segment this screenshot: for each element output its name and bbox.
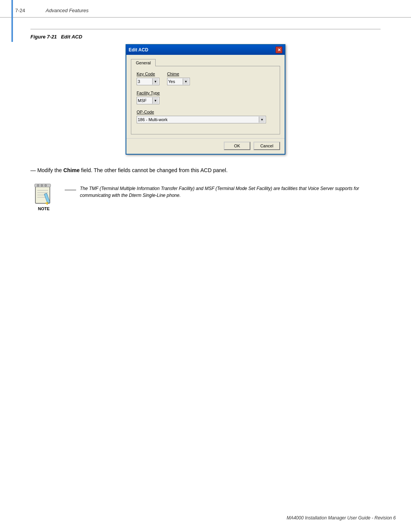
figure-title: Edit ACD: [61, 34, 82, 40]
dialog-close-button[interactable]: ✕: [276, 46, 282, 53]
facility-type-group: Facility Type MSF ▼: [137, 91, 160, 104]
dialog-title: Edit ACD: [129, 47, 148, 53]
cancel-button[interactable]: Cancel: [253, 142, 280, 150]
key-code-label: Key Code: [137, 72, 159, 76]
note-section: NOTE The TMF (Terminal Multiple Informat…: [30, 182, 381, 211]
section-divider: [30, 29, 381, 29]
op-code-select[interactable]: 186 - Multi-work ▼: [137, 116, 266, 123]
note-text: The TMF (Terminal Multiple Information T…: [80, 185, 381, 199]
dialog-wrapper: Edit ACD ✕ General Key Code: [30, 44, 381, 155]
op-code-label: OP-Code: [137, 110, 266, 114]
form-row-3: OP-Code 186 - Multi-work ▼: [137, 110, 274, 123]
note-icon: [33, 182, 54, 205]
dialog-body: General Key Code 3 ▼: [126, 55, 285, 138]
page-footer: MA4000 Installation Manager User Guide -…: [287, 515, 396, 521]
chime-group: Chime Yes ▼: [167, 72, 190, 85]
note-separator: [65, 190, 76, 190]
key-code-arrow: ▼: [152, 78, 158, 85]
chapter-title: Advanced Features: [46, 8, 89, 13]
body-text-bold: Chime: [63, 167, 80, 173]
dialog-titlebar: Edit ACD ✕: [126, 45, 285, 55]
ok-button[interactable]: OK: [224, 142, 250, 150]
dialog-footer: OK Cancel: [126, 138, 285, 154]
facility-arrow: ▼: [152, 97, 158, 104]
form-row-2: Facility Type MSF ▼: [137, 91, 274, 104]
content-area: Figure 7-21 Edit ACD Edit ACD ✕ General: [0, 29, 411, 211]
chime-label: Chime: [167, 72, 190, 76]
facility-type-value: MSF: [138, 98, 147, 103]
note-icon-area: NOTE: [30, 182, 57, 211]
key-code-value: 3: [138, 79, 140, 84]
edit-acd-dialog: Edit ACD ✕ General Key Code: [126, 44, 285, 155]
facility-type-label: Facility Type: [137, 91, 160, 95]
left-accent-bar: [11, 0, 13, 42]
figure-label: Figure 7-21 Edit ACD: [30, 34, 381, 40]
body-text-rest: field. The other fields cannot be change…: [80, 167, 228, 173]
dialog-title-text: Edit ACD: [129, 47, 148, 53]
tab-row: General: [131, 59, 280, 66]
chime-select[interactable]: Yes ▼: [167, 78, 190, 85]
key-code-select[interactable]: 3 ▼: [137, 78, 159, 85]
op-code-arrow: ▼: [259, 117, 265, 123]
svg-point-2: [37, 185, 39, 187]
facility-type-select[interactable]: MSF ▼: [137, 97, 159, 104]
form-row-1: Key Code 3 ▼ Chime Yes ▼: [137, 72, 274, 85]
op-code-value: 186 - Multi-work: [138, 117, 167, 122]
page-header: 7-24 Advanced Features: [0, 0, 411, 18]
svg-point-3: [41, 185, 43, 187]
tab-content: Key Code 3 ▼ Chime Yes ▼: [131, 66, 280, 134]
note-svg: [33, 182, 54, 205]
figure-number: Figure 7-21: [30, 34, 57, 40]
body-text-prefix: — Modify the: [30, 167, 63, 173]
body-text: — Modify the Chime field. The other fiel…: [30, 166, 381, 174]
note-label: NOTE: [38, 206, 50, 211]
chime-value: Yes: [168, 79, 175, 84]
op-code-group: OP-Code 186 - Multi-work ▼: [137, 110, 266, 123]
tab-general[interactable]: General: [131, 59, 156, 66]
chime-arrow: ▼: [183, 78, 189, 85]
footer-text: MA4000 Installation Manager User Guide -…: [287, 515, 396, 521]
page-number: 7-24: [15, 8, 38, 13]
key-code-group: Key Code 3 ▼: [137, 72, 159, 85]
svg-point-4: [45, 185, 46, 187]
